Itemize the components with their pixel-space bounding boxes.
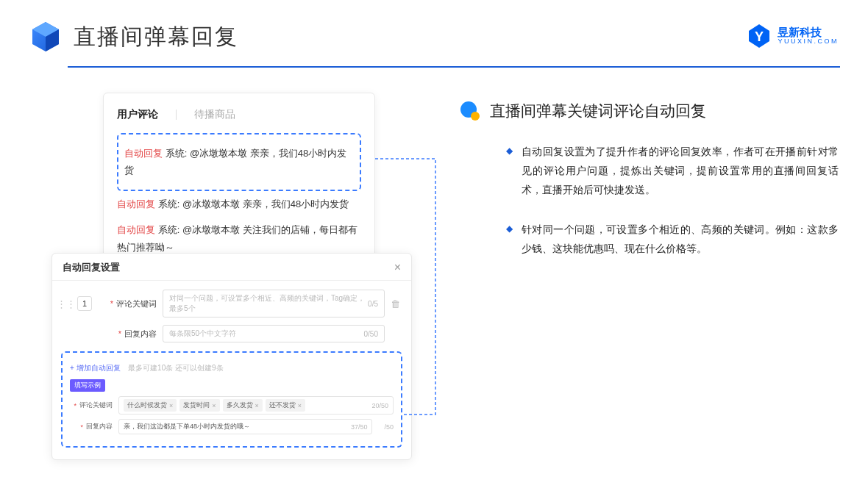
screenshot-composite: 用户评论 待播商品 自动回复 系统: @冰墩墩本墩 亲亲，我们48小时内发货 自… (51, 93, 412, 279)
example-highlight: + 增加自动回复 最多可建10条 还可以创建9条 填写示例 *评论关键词 什么时… (61, 351, 402, 448)
add-auto-reply-link[interactable]: + 增加自动回复 (70, 364, 121, 372)
svg-point-2 (471, 112, 480, 121)
tab-products[interactable]: 待播商品 (194, 108, 235, 121)
bubble-icon (459, 100, 481, 122)
settings-modal: 自动回复设置 × ⋮⋮ 1 *评论关键词 对同一个问题，可设置多个相近、高频的关… (51, 253, 412, 460)
page-header: 直播间弹幕回复 Y 昱新科技 YUUXIN.COM (0, 0, 868, 66)
comment-row: 自动回复 系统: @冰墩墩本墩 亲亲，我们48小时内发货 (124, 140, 354, 184)
highlighted-comment: 自动回复 系统: @冰墩墩本墩 亲亲，我们48小时内发货 (117, 133, 361, 191)
tab-divider (176, 110, 177, 120)
section-title: 直播间弹幕关键词评论自动回复 (490, 101, 706, 121)
comments-card: 用户评论 待播商品 自动回复 系统: @冰墩墩本墩 亲亲，我们48小时内发货 自… (103, 93, 375, 274)
tab-user-comments[interactable]: 用户评论 (117, 108, 158, 121)
label-keyword: 评论关键词 (116, 298, 157, 309)
label-reply: 回复内容 (124, 329, 157, 340)
keyword-input[interactable]: 对同一个问题，可设置多个相近、高频的关键词，Tag确定，最多5个 0/5 (163, 290, 385, 317)
svg-text:Y: Y (755, 29, 764, 44)
add-hint: 最多可建10条 还可以创建9条 (128, 364, 223, 372)
brand-name-en: YUUXIN.COM (778, 38, 839, 46)
description-panel: 直播间弹幕关键词评论自动回复 ◆ 自动回复设置为了提升作者的评论回复效率，作者可… (459, 93, 839, 279)
bullet-item: ◆ 自动回复设置为了提升作者的评论回复效率，作者可在开播前针对常见的评论用户问题… (506, 143, 839, 200)
brand-icon: Y (747, 24, 772, 49)
diamond-icon: ◆ (506, 143, 513, 200)
header-cube-icon (29, 21, 62, 53)
example-keyword-input[interactable]: 什么时候发货× 发货时间× 多久发货× 还不发货× 20/50 (118, 396, 394, 415)
brand-logo: Y 昱新科技 YUUXIN.COM (747, 24, 839, 49)
modal-title: 自动回复设置 (63, 261, 120, 274)
example-reply-input[interactable]: 亲，我们这边都是下单48小时内发货的哦～ 37/50 (118, 419, 372, 434)
trash-icon[interactable]: 🗑 (391, 298, 402, 309)
bullet-item: ◆ 针对同一个问题，可设置多个相近的、高频的关键词。例如：这款多少钱、这块能优惠… (506, 220, 839, 259)
brand-name-cn: 昱新科技 (778, 26, 839, 39)
example-badge: 填写示例 (70, 379, 105, 392)
page-title: 直播间弹幕回复 (74, 22, 238, 52)
diamond-icon: ◆ (506, 220, 513, 259)
reply-input[interactable]: 每条限50个中文字符 0/50 (163, 325, 385, 342)
close-icon[interactable]: × (394, 261, 401, 274)
drag-handle-icon[interactable]: ⋮⋮ (61, 298, 71, 309)
index-field[interactable]: 1 (77, 296, 92, 311)
comment-row: 自动回复 系统: @冰墩墩本墩 亲亲，我们48小时内发货 (117, 191, 361, 217)
